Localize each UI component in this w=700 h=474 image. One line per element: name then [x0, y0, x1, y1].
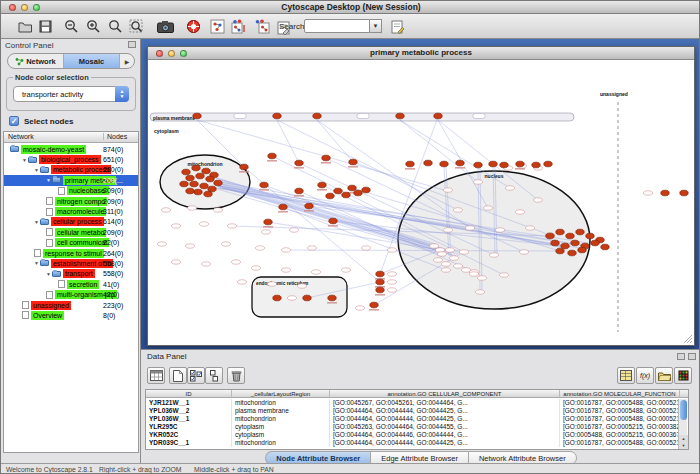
disclosure-triangle-icon[interactable]: ▼: [22, 157, 27, 163]
select-attributes-icon[interactable]: [147, 367, 165, 384]
graph-node-label[interactable]: [282, 248, 291, 252]
graph-node-label[interactable]: [436, 248, 445, 252]
column-header[interactable]: ID: [146, 390, 232, 397]
tree-column-nodes[interactable]: Nodes: [103, 133, 139, 140]
disclosure-triangle-icon[interactable]: ▼: [46, 177, 51, 183]
graph-node-label[interactable]: [362, 246, 371, 250]
tab-mosaic[interactable]: Mosaic: [64, 54, 120, 68]
graph-node-label[interactable]: [356, 306, 365, 310]
graph-edge[interactable]: [277, 120, 299, 163]
graph-node[interactable]: [264, 219, 272, 225]
graph-node-label[interactable]: [438, 252, 447, 256]
membrane-node-label[interactable]: [234, 114, 246, 119]
table-row[interactable]: YDR039C__1mitochondrion[GO:0044464, GO:0…: [146, 439, 688, 447]
graph-node[interactable]: [396, 113, 404, 119]
graph-node[interactable]: [456, 160, 464, 166]
delete-attribute-icon[interactable]: [227, 367, 245, 384]
tree-row[interactable]: response to stimul264(0): [4, 248, 138, 258]
scrollbar-thumb[interactable]: [680, 400, 687, 420]
zoom-in-icon[interactable]: [85, 18, 102, 35]
graph-node[interactable]: [680, 190, 688, 196]
graph-node-label[interactable]: [388, 248, 397, 252]
import-file-icon[interactable]: [655, 367, 673, 384]
graph-node-label[interactable]: [484, 206, 493, 210]
graph-node[interactable]: [318, 182, 326, 188]
graph-node[interactable]: [551, 240, 559, 246]
graph-node-label[interactable]: [450, 256, 459, 260]
node-color-dropdown[interactable]: transporter activity ▲▼: [13, 86, 129, 102]
graph-node[interactable]: [193, 113, 201, 119]
graph-node[interactable]: [313, 113, 321, 119]
graph-node[interactable]: [214, 180, 222, 186]
graph-node[interactable]: [601, 244, 609, 250]
graph-node[interactable]: [268, 153, 276, 159]
graph-node[interactable]: [586, 233, 594, 239]
graph-edge[interactable]: [216, 178, 438, 246]
graph-node[interactable]: [376, 287, 384, 293]
tree-row[interactable]: unassigned223(0): [4, 300, 138, 310]
graph-node-label[interactable]: [388, 280, 397, 284]
graph-node[interactable]: [376, 271, 384, 277]
graph-node[interactable]: [516, 161, 524, 167]
graph-node-label[interactable]: [534, 198, 543, 202]
disclosure-triangle-icon[interactable]: ▼: [46, 271, 51, 277]
scrollbar-arrows-icon[interactable]: ▲▼: [679, 435, 688, 449]
graph-node[interactable]: [202, 168, 210, 174]
graph-node[interactable]: [196, 173, 204, 179]
graph-node-label[interactable]: [262, 230, 271, 234]
graph-node[interactable]: [370, 302, 378, 308]
dropdown-stepper-icon[interactable]: ▲▼: [115, 86, 129, 102]
search-input[interactable]: [304, 19, 370, 33]
tree-row[interactable]: ▼establishment of lo558(0): [4, 258, 138, 268]
tree-row[interactable]: nitrogen compo209(0): [4, 196, 138, 206]
graph-node-label[interactable]: [500, 273, 509, 277]
graph-node[interactable]: [500, 162, 508, 168]
tree-row[interactable]: ▼transport558(0): [4, 269, 138, 279]
table-row[interactable]: YKR052Ccytoplasm[GO:0044464, GO:0044446,…: [146, 431, 688, 439]
graph-node-label[interactable]: [200, 222, 209, 226]
graph-node[interactable]: [434, 113, 442, 119]
graph-node-label[interactable]: [222, 242, 231, 246]
select-all-icon[interactable]: [187, 367, 205, 384]
graph-node[interactable]: [186, 175, 194, 181]
graph-node-label[interactable]: [388, 272, 397, 276]
membrane-node-label[interactable]: [473, 114, 485, 119]
graph-node-label[interactable]: [186, 244, 195, 248]
search-options-icon[interactable]: [389, 18, 406, 35]
graph-node-label[interactable]: [520, 250, 529, 254]
graph-node[interactable]: [571, 240, 579, 246]
graph-node-label[interactable]: [238, 280, 247, 284]
help-icon[interactable]: [185, 18, 202, 35]
tab-network[interactable]: Network: [8, 54, 64, 68]
tree-row[interactable]: nucleobase-209(0): [4, 186, 138, 196]
graph-node[interactable]: [578, 247, 586, 253]
disclosure-triangle-icon[interactable]: ▼: [34, 260, 39, 266]
graph-node-label[interactable]: [308, 246, 317, 250]
graph-node[interactable]: [532, 162, 540, 168]
graph-node-label[interactable]: [446, 248, 455, 252]
graph-node[interactable]: [406, 161, 414, 167]
graph-node[interactable]: [194, 189, 202, 195]
tree-row[interactable]: ▼biological_process651(0): [4, 154, 138, 164]
graph-node-label[interactable]: [476, 290, 485, 294]
table-row[interactable]: YPL036W__2plasma membrane[GO:0044464, GO…: [146, 407, 688, 415]
graph-node[interactable]: [354, 190, 362, 196]
graph-node[interactable]: [190, 181, 198, 187]
graph-node[interactable]: [546, 233, 554, 239]
import-table-icon[interactable]: [617, 367, 635, 384]
graph-node[interactable]: [186, 188, 194, 194]
tree-row[interactable]: ▼cellular process614(0): [4, 217, 138, 227]
zoom-selected-icon[interactable]: [107, 18, 124, 35]
graph-node-label[interactable]: [388, 288, 397, 292]
tree-row[interactable]: Overview8(0): [4, 310, 138, 320]
save-session-icon[interactable]: [37, 18, 54, 35]
graph-node-label[interactable]: [268, 282, 277, 286]
graph-node[interactable]: [348, 185, 356, 191]
graph-node-label[interactable]: [460, 250, 469, 254]
graph-node-label[interactable]: [462, 268, 471, 272]
graph-node[interactable]: [342, 192, 350, 198]
graph-node-label[interactable]: [172, 224, 181, 228]
graph-node-label[interactable]: [434, 258, 443, 262]
select-nodes-checkbox[interactable]: ✓: [9, 116, 19, 126]
graph-node-label[interactable]: [228, 224, 237, 228]
